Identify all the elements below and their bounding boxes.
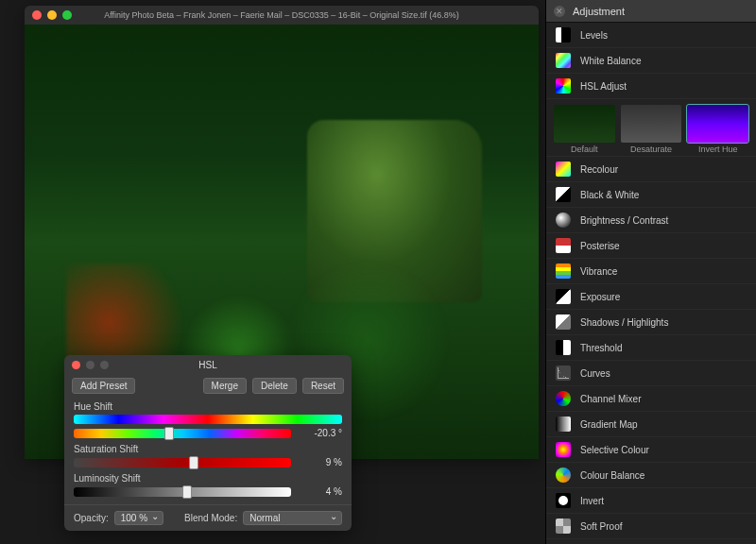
shadows-highlights-icon bbox=[556, 314, 571, 330]
colour-balance-icon bbox=[556, 468, 571, 483]
soft-proof-icon bbox=[556, 518, 571, 534]
adj-label: Curves bbox=[580, 368, 610, 379]
saturation-shift-slider[interactable] bbox=[74, 458, 291, 468]
adjustment-panel-title: Adjustment bbox=[573, 6, 625, 17]
exposure-icon bbox=[556, 289, 571, 304]
channel-mixer-icon bbox=[556, 391, 571, 406]
hue-shift-label: Hue Shift bbox=[74, 401, 342, 412]
levels-icon bbox=[556, 27, 571, 42]
adj-label: Soft Proof bbox=[580, 521, 622, 532]
blend-mode-select[interactable]: Normal bbox=[243, 511, 342, 525]
adj-label: Brightness / Contrast bbox=[580, 215, 668, 226]
adj-item-white-balance[interactable]: White Balance bbox=[546, 48, 756, 74]
adj-label: Threshold bbox=[580, 343, 622, 353]
saturation-shift-value: 9 % bbox=[299, 457, 342, 468]
adj-item-channel-mixer[interactable]: Channel Mixer bbox=[546, 386, 756, 412]
adj-item-recolour[interactable]: Recolour bbox=[546, 157, 756, 182]
adj-label: Vibrance bbox=[580, 266, 617, 277]
adj-item-levels[interactable]: Levels bbox=[546, 23, 756, 48]
panel-min-button[interactable] bbox=[86, 361, 94, 369]
preset-label: Invert Hue bbox=[687, 144, 748, 154]
hsl-titlebar[interactable]: HSL bbox=[64, 355, 352, 374]
adj-label: Posterise bbox=[580, 241, 620, 251]
vibrance-icon bbox=[556, 264, 571, 279]
adj-item-selective-colour[interactable]: Selective Colour bbox=[546, 437, 756, 463]
posterise-icon bbox=[556, 238, 571, 253]
brightness-contrast-icon bbox=[556, 212, 571, 228]
adj-label: Channel Mixer bbox=[580, 394, 641, 404]
reset-button[interactable]: Reset bbox=[302, 378, 344, 394]
preset-default-thumb bbox=[554, 105, 615, 143]
opacity-label: Opacity: bbox=[74, 513, 109, 523]
window-close-button[interactable] bbox=[32, 10, 42, 20]
titlebar: Affinity Photo Beta – Frank Jonen – Faer… bbox=[25, 6, 539, 25]
delete-button[interactable]: Delete bbox=[252, 378, 297, 394]
curves-icon bbox=[556, 366, 571, 381]
hsl-preset-thumbnails: Default Desaturate Invert Hue bbox=[546, 99, 756, 157]
adj-label: White Balance bbox=[580, 56, 641, 66]
hue-shift-thumb[interactable] bbox=[164, 427, 174, 440]
adj-label: Exposure bbox=[580, 292, 620, 302]
adj-label: Colour Balance bbox=[580, 470, 644, 481]
luminosity-shift-thumb[interactable] bbox=[182, 485, 192, 499]
selective-colour-icon bbox=[556, 442, 571, 457]
adjustment-panel-header: ✕ Adjustment bbox=[546, 0, 756, 23]
black-white-icon bbox=[556, 187, 571, 202]
add-preset-button[interactable]: Add Preset bbox=[72, 378, 135, 394]
adjustment-panel: ✕ Adjustment Levels White Balance HSL Ad… bbox=[545, 0, 756, 544]
saturation-shift-label: Saturation Shift bbox=[74, 444, 342, 454]
window-title: Affinity Photo Beta – Frank Jonen – Faer… bbox=[25, 10, 539, 20]
preset-desaturate-thumb bbox=[621, 105, 682, 143]
luminosity-shift-slider[interactable] bbox=[74, 487, 291, 497]
adj-item-shadows-highlights[interactable]: Shadows / Highlights bbox=[546, 310, 756, 335]
preset-desaturate[interactable]: Desaturate bbox=[621, 105, 682, 154]
adj-item-vibrance[interactable]: Vibrance bbox=[546, 259, 756, 284]
hue-shift-slider[interactable] bbox=[74, 429, 291, 438]
adj-label: HSL Adjust bbox=[580, 81, 627, 92]
window-maximize-button[interactable] bbox=[62, 10, 72, 20]
adj-label: Invert bbox=[580, 496, 604, 506]
adj-item-gradient-map[interactable]: Gradient Map bbox=[546, 412, 756, 437]
white-balance-icon bbox=[556, 53, 571, 68]
recolour-icon bbox=[556, 162, 571, 177]
adj-label: Gradient Map bbox=[580, 419, 638, 430]
panel-close-button[interactable] bbox=[72, 361, 80, 369]
adj-label: Selective Colour bbox=[580, 445, 649, 455]
hsl-panel: HSL Add Preset Merge Delete Reset Hue Sh… bbox=[64, 355, 352, 531]
adj-item-invert[interactable]: Invert bbox=[546, 488, 756, 514]
opacity-select[interactable]: 100 % bbox=[114, 511, 163, 525]
blend-mode-label: Blend Mode: bbox=[184, 513, 237, 523]
adj-item-threshold[interactable]: Threshold bbox=[546, 335, 756, 361]
adj-label: Levels bbox=[580, 30, 608, 41]
hue-spectrum-display bbox=[74, 415, 342, 424]
gradient-map-icon bbox=[556, 416, 571, 432]
invert-icon bbox=[556, 493, 571, 508]
adj-item-soft-proof[interactable]: Soft Proof bbox=[546, 514, 756, 539]
adj-item-curves[interactable]: Curves bbox=[546, 361, 756, 386]
preset-invert-hue-thumb bbox=[687, 105, 748, 143]
adj-label: Shadows / Highlights bbox=[580, 317, 668, 328]
merge-button[interactable]: Merge bbox=[203, 378, 247, 394]
adj-item-posterise[interactable]: Posterise bbox=[546, 233, 756, 259]
adj-item-black-white[interactable]: Black & White bbox=[546, 182, 756, 208]
hsl-icon bbox=[556, 78, 571, 94]
panel-max-button[interactable] bbox=[100, 361, 109, 369]
preset-default[interactable]: Default bbox=[554, 105, 615, 154]
luminosity-shift-label: Luminosity Shift bbox=[74, 473, 342, 484]
preset-invert-hue[interactable]: Invert Hue bbox=[687, 105, 748, 154]
luminosity-shift-value: 4 % bbox=[299, 486, 342, 497]
adj-item-colour-balance[interactable]: Colour Balance bbox=[546, 463, 756, 488]
adj-item-hsl-adjust[interactable]: HSL Adjust bbox=[546, 74, 756, 99]
panel-close-icon[interactable]: ✕ bbox=[554, 6, 565, 17]
adj-label: Black & White bbox=[580, 190, 639, 200]
saturation-shift-thumb[interactable] bbox=[189, 456, 198, 469]
preset-label: Desaturate bbox=[621, 144, 682, 154]
adj-item-brightness-contrast[interactable]: Brightness / Contrast bbox=[546, 208, 756, 233]
adj-label: Recolour bbox=[580, 164, 618, 175]
preset-label: Default bbox=[554, 144, 615, 154]
threshold-icon bbox=[556, 340, 571, 355]
window-minimize-button[interactable] bbox=[47, 10, 57, 20]
adj-item-exposure[interactable]: Exposure bbox=[546, 284, 756, 310]
hue-shift-value: -20.3 ° bbox=[299, 428, 342, 438]
